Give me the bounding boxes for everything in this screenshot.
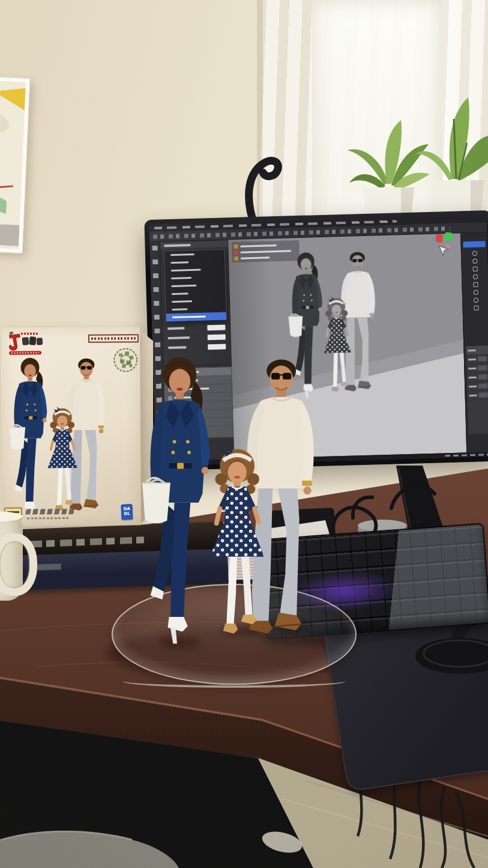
box-family-artwork [5, 353, 118, 521]
desk-scene-photo: DA DL [0, 0, 488, 868]
box-maker-logo: DA DL [121, 504, 133, 520]
coffee-mug [0, 515, 23, 601]
family-figurines [136, 351, 337, 652]
box-info-text-frame [88, 334, 139, 343]
family-group [142, 357, 313, 643]
box-script-title [25, 509, 77, 515]
maker-logo-line2: DL [121, 511, 133, 517]
logo-leaf-icon [10, 332, 14, 335]
box-brand-logo [7, 331, 46, 355]
figure-box-front: DA DL [1, 327, 141, 526]
box-fine-print [27, 517, 70, 520]
